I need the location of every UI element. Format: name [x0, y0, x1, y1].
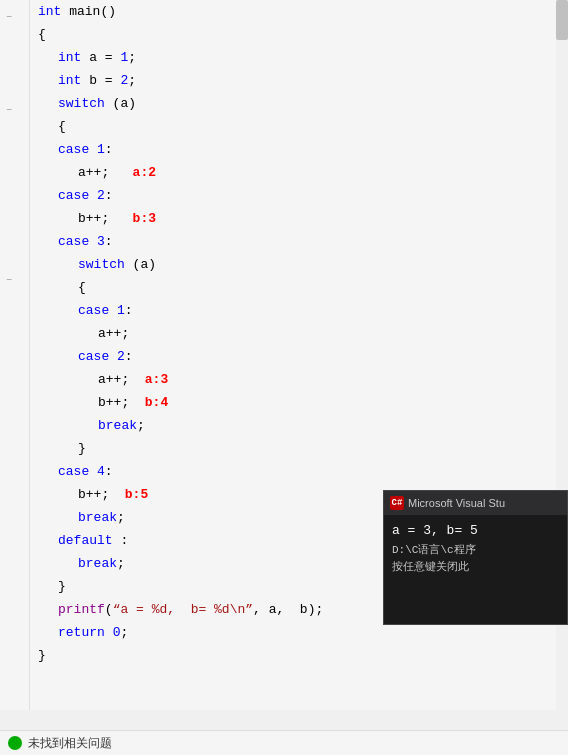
token-plain: (a)	[105, 92, 136, 115]
code-line: a++;	[30, 322, 568, 345]
code-line: case 2:	[30, 184, 568, 207]
code-line: switch (a)	[30, 253, 568, 276]
collapse-icon-1[interactable]: −	[6, 12, 12, 23]
token-str: “a = %d, b= %d\n”	[113, 598, 253, 621]
token-plain	[105, 621, 113, 644]
token-plain: }	[38, 644, 46, 667]
code-line: int b = 2;	[30, 69, 568, 92]
terminal-popup: C# Microsoft Visual Stu a = 3, b= 5 D:\C…	[383, 490, 568, 625]
terminal-title: Microsoft Visual Stu	[408, 497, 505, 509]
token-plain: :	[125, 299, 133, 322]
terminal-icon: C#	[390, 496, 404, 510]
code-line: b++; b:3	[30, 207, 568, 230]
token-annotation: b:5	[109, 483, 148, 506]
token-plain: b++;	[78, 483, 109, 506]
token-plain	[109, 345, 117, 368]
terminal-line-3: 按任意键关闭此	[392, 559, 559, 577]
token-kw: break	[98, 414, 137, 437]
token-plain: :	[105, 230, 113, 253]
collapse-icon-2[interactable]: −	[6, 105, 12, 116]
token-kw: case	[58, 230, 89, 253]
code-line: case 1:	[30, 299, 568, 322]
token-plain: ;	[128, 46, 136, 69]
token-kw: break	[78, 506, 117, 529]
scrollbar-thumb[interactable]	[556, 0, 568, 40]
token-num: 0	[113, 621, 121, 644]
code-line: break;	[30, 414, 568, 437]
token-kw: case	[58, 138, 89, 161]
token-annotation: b:4	[129, 391, 168, 414]
token-plain: ;	[120, 621, 128, 644]
token-plain: :	[105, 184, 113, 207]
token-purple: printf	[58, 598, 105, 621]
token-num: 2	[120, 69, 128, 92]
token-kw: switch	[78, 253, 125, 276]
code-line: case 2:	[30, 345, 568, 368]
token-plain: {	[78, 276, 86, 299]
token-plain: :	[125, 345, 133, 368]
code-line: }	[30, 437, 568, 460]
token-kw: case	[58, 460, 89, 483]
token-annotation: b:3	[109, 207, 156, 230]
terminal-body: a = 3, b= 5 D:\C语言\c程序 按任意键关闭此	[384, 515, 567, 583]
code-line: {	[30, 115, 568, 138]
token-num: 1	[97, 138, 105, 161]
code-line: }	[30, 644, 568, 667]
gutter: − − −	[0, 0, 30, 710]
code-line: case 3:	[30, 230, 568, 253]
terminal-titlebar: C# Microsoft Visual Stu	[384, 491, 567, 515]
code-line: int a = 1;	[30, 46, 568, 69]
token-plain: :	[113, 529, 129, 552]
token-kw: default	[58, 529, 113, 552]
token-plain: :	[105, 138, 113, 161]
token-plain	[109, 299, 117, 322]
token-plain	[89, 138, 97, 161]
status-dot	[8, 736, 22, 750]
token-kw: return	[58, 621, 105, 644]
terminal-line-2: D:\C语言\c程序	[392, 542, 559, 560]
code-line: a++; a:3	[30, 368, 568, 391]
token-plain: }	[78, 437, 86, 460]
terminal-line-1: a = 3, b= 5	[392, 521, 559, 542]
token-plain: b++;	[78, 207, 109, 230]
code-line: case 1:	[30, 138, 568, 161]
token-plain: ;	[137, 414, 145, 437]
code-line: b++; b:4	[30, 391, 568, 414]
token-plain	[89, 230, 97, 253]
token-kw: break	[78, 552, 117, 575]
token-plain: {	[58, 115, 66, 138]
token-num: 1	[117, 299, 125, 322]
token-plain	[89, 460, 97, 483]
token-annotation: a:2	[109, 161, 156, 184]
token-num: 1	[120, 46, 128, 69]
token-plain: a++;	[98, 322, 129, 345]
token-kw: int	[58, 69, 81, 92]
token-kw: switch	[58, 92, 105, 115]
token-kw: case	[78, 345, 109, 368]
token-plain: a++;	[98, 368, 129, 391]
token-plain: ;	[117, 506, 125, 529]
token-kw: int	[58, 46, 81, 69]
token-plain: a++;	[78, 161, 109, 184]
code-line: {	[30, 276, 568, 299]
token-plain: }	[58, 575, 66, 598]
code-line: a++; a:2	[30, 161, 568, 184]
token-num: 3	[97, 230, 105, 253]
token-plain: ;	[128, 69, 136, 92]
token-annotation: a:3	[129, 368, 168, 391]
code-line: case 4:	[30, 460, 568, 483]
code-line: switch (a)	[30, 92, 568, 115]
token-plain: (	[105, 598, 113, 621]
token-plain: b++;	[98, 391, 129, 414]
token-plain: main()	[61, 0, 116, 23]
token-plain: , a, b);	[253, 598, 323, 621]
token-plain: {	[38, 23, 46, 46]
token-kw: int	[38, 0, 61, 23]
editor-area: − − − int main(){int a = 1;int b = 2;swi…	[0, 0, 568, 710]
token-plain: (a)	[125, 253, 156, 276]
token-plain	[89, 184, 97, 207]
status-bar: 未找到相关问题	[0, 730, 568, 755]
token-num: 4	[97, 460, 105, 483]
collapse-icon-3[interactable]: −	[6, 275, 12, 286]
token-plain: :	[105, 460, 113, 483]
